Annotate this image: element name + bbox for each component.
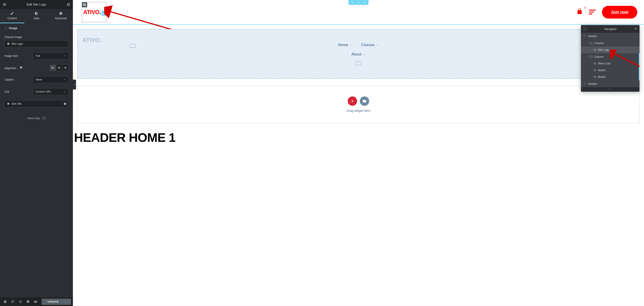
menu-item-home[interactable]: Home xyxy=(336,41,355,49)
link-select[interactable]: Custom URL xyxy=(33,88,68,95)
svg-rect-13 xyxy=(590,56,592,58)
tab-advanced[interactable]: Advanced xyxy=(48,9,73,23)
navigator-item[interactable]: Button xyxy=(581,74,640,80)
navigator-item[interactable]: Column xyxy=(581,40,640,46)
caret-icon xyxy=(587,55,590,58)
drag-section-handle[interactable] xyxy=(356,0,360,4)
align-left-button[interactable] xyxy=(50,65,56,71)
caret-icon xyxy=(583,34,586,38)
image-size-select[interactable]: Full xyxy=(33,52,68,59)
preview-header-block: ATIVO. 7 Membership Shop Home Classes Ab… xyxy=(77,29,640,79)
preview-nav-menu: Home Classes xyxy=(84,34,632,49)
sidebar-header: Edit Site Logo xyxy=(0,0,73,9)
menu-toggle-button[interactable] xyxy=(589,10,596,14)
section-image-header[interactable]: Image xyxy=(4,23,68,33)
navigator-item-label: Menu Cart xyxy=(598,62,610,65)
widget-dropzone[interactable]: Drag widget here xyxy=(77,86,640,124)
url-options-button[interactable] xyxy=(62,100,68,107)
template-library-button[interactable] xyxy=(360,96,369,106)
url-input[interactable]: Site URL xyxy=(4,100,62,107)
element-type-icon xyxy=(594,48,596,51)
svg-point-5 xyxy=(358,3,358,3)
navigator-body: SectionColumnSite LogoColumnMenu CartBut… xyxy=(581,33,640,87)
cart-count-badge: 7 xyxy=(584,6,586,10)
desktop-icon[interactable] xyxy=(20,66,22,69)
help-icon: ? xyxy=(42,116,46,120)
navigator-resize-handle[interactable]: ⋯ xyxy=(581,87,640,92)
menu-item-about[interactable]: About xyxy=(348,50,368,58)
hamburger-icon[interactable] xyxy=(2,2,7,7)
navigator-header[interactable]: Navigator xyxy=(581,25,640,33)
navigator-item-label: Section xyxy=(588,35,597,38)
choose-image-input[interactable]: Site Logo xyxy=(4,40,68,47)
cart-button[interactable]: 7 xyxy=(576,8,583,16)
sidebar-title: Edit Site Logo xyxy=(7,3,66,6)
align-right-button[interactable] xyxy=(62,65,68,71)
svg-point-4 xyxy=(359,2,359,2)
section-actions xyxy=(348,0,368,5)
navigator-item[interactable]: Section xyxy=(581,33,640,40)
link-label: Link xyxy=(4,90,33,93)
sidebar-tabs: Content Style Advanced xyxy=(0,9,73,23)
tab-style[interactable]: Style xyxy=(24,9,49,23)
element-type-icon xyxy=(590,56,592,58)
navigator-item[interactable]: Section xyxy=(581,80,640,87)
apps-grid-icon[interactable] xyxy=(66,2,71,7)
navigator-item-label: Column xyxy=(594,55,604,58)
caret-icon xyxy=(583,82,586,86)
svg-rect-16 xyxy=(594,70,596,71)
caption-select[interactable]: None xyxy=(33,76,68,83)
alignment-label: Alignment xyxy=(4,66,50,70)
database-icon xyxy=(7,42,10,45)
need-help-link[interactable]: Need Help ? xyxy=(4,110,68,127)
caret-icon xyxy=(587,42,590,45)
delete-section-button[interactable] xyxy=(363,0,367,4)
navigator-item-label: Column xyxy=(594,42,604,45)
svg-point-2 xyxy=(358,2,358,2)
svg-point-7 xyxy=(359,3,359,3)
navigator-item[interactable]: Button xyxy=(581,67,640,74)
element-type-icon xyxy=(590,42,592,44)
column-handle-icon[interactable] xyxy=(82,2,87,8)
placeholder-box xyxy=(130,44,136,48)
svg-point-3 xyxy=(358,2,359,2)
site-logo: ATIVO. xyxy=(83,9,101,16)
element-type-icon xyxy=(594,62,596,65)
update-more-button[interactable] xyxy=(65,298,71,305)
join-now-button[interactable]: Join now xyxy=(602,6,637,18)
navigator-item-label: Site Logo xyxy=(598,48,609,52)
logo-column[interactable]: ATIVO. xyxy=(82,2,106,22)
edit-widget-handle[interactable] xyxy=(102,11,106,16)
tab-content[interactable]: Content xyxy=(0,9,24,23)
caption-label: Caption xyxy=(4,78,33,81)
navigator-panel: Navigator SectionColumnSite LogoColumnMe… xyxy=(581,25,640,92)
collapse-sidebar-handle[interactable] xyxy=(73,80,76,90)
navigator-item[interactable]: Site Logo xyxy=(581,46,640,53)
placeholder-box xyxy=(356,61,361,65)
navigator-item[interactable]: Column xyxy=(581,53,640,60)
dropzone-text: Drag widget here xyxy=(346,109,370,112)
add-widget-button[interactable] xyxy=(348,96,357,106)
align-center-button[interactable] xyxy=(56,65,62,71)
navigator-collapse-icon[interactable] xyxy=(583,27,587,31)
settings-button[interactable] xyxy=(2,298,8,305)
element-type-icon xyxy=(594,76,596,78)
revisions-button[interactable] xyxy=(10,298,16,305)
navigator-close-button[interactable] xyxy=(634,27,637,31)
panel-body: Image Choose Image Site Logo Image Size … xyxy=(0,23,73,298)
menu-item-classes[interactable]: Classes xyxy=(358,41,382,49)
choose-image-label: Choose Image xyxy=(4,36,68,39)
page-title: Header Home 1 xyxy=(73,130,644,145)
svg-rect-18 xyxy=(594,76,596,78)
history-button[interactable] xyxy=(17,298,24,305)
header-right: 7 Join now xyxy=(576,6,637,18)
responsive-button[interactable] xyxy=(24,298,31,305)
element-type-icon xyxy=(594,69,596,72)
svg-rect-14 xyxy=(594,63,596,64)
header-section[interactable]: ATIVO. 7 Join now xyxy=(73,0,644,24)
preview-button[interactable] xyxy=(32,298,39,305)
add-section-button[interactable] xyxy=(350,0,354,4)
sidebar-footer: UPDATE xyxy=(0,298,73,306)
update-button[interactable]: UPDATE xyxy=(42,298,65,305)
navigator-item[interactable]: Menu Cart xyxy=(581,60,640,67)
